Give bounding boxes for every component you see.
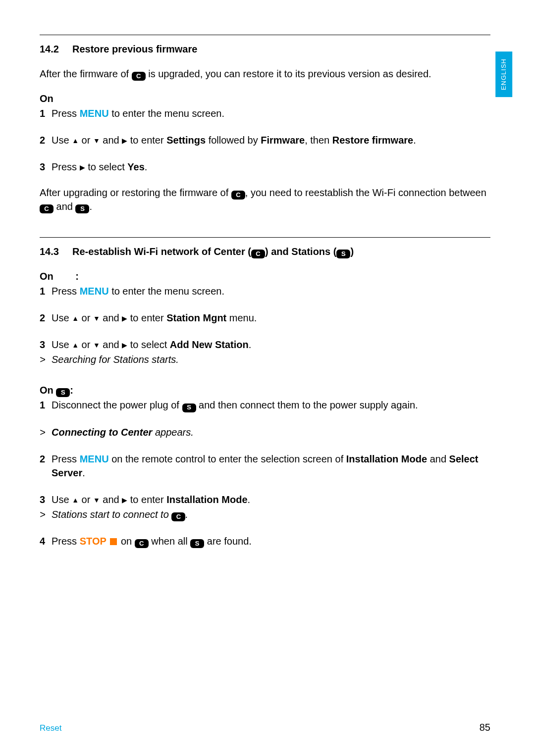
- step-number: 1: [40, 284, 52, 298]
- section-heading-14-2: 14.2Restore previous firmware: [40, 42, 490, 56]
- step-2: 2 Use ▲ or ▼ and ▶ to enter Settings fol…: [40, 133, 490, 147]
- settings-label: Settings: [166, 135, 206, 146]
- down-icon: ▼: [93, 136, 100, 146]
- step-body: Press ▶ to select Yes.: [52, 160, 490, 174]
- center-icon: C: [231, 191, 245, 200]
- text: to enter the menu screen.: [109, 286, 224, 297]
- text: and: [100, 312, 122, 323]
- text: are found.: [204, 536, 252, 547]
- step-1: 1 Press MENU to enter the menu screen.: [40, 106, 490, 120]
- menu-key: MENU: [80, 108, 109, 119]
- text: :: [75, 271, 79, 282]
- language-tab: ENGLISH: [495, 51, 512, 97]
- station-icon: S: [75, 204, 89, 213]
- s-step-4: 4 Press STOP on C when all S are found.: [40, 534, 490, 548]
- center-icon: C: [135, 539, 149, 548]
- up-icon: ▲: [72, 314, 79, 324]
- c-step-3: 3 Use ▲ or ▼ and ▶ to select Add New Sta…: [40, 338, 490, 352]
- step-body: Use ▲ or ▼ and ▶ to select Add New Stati…: [52, 338, 490, 352]
- step-number: 3: [40, 160, 52, 174]
- c-step-1: 1 Press MENU to enter the menu screen.: [40, 284, 490, 298]
- up-icon: ▲: [72, 136, 79, 146]
- text: .: [413, 135, 416, 146]
- station-mgnt-label: Station Mgnt: [166, 312, 226, 323]
- text: Press: [52, 454, 80, 464]
- down-icon: ▼: [93, 496, 100, 505]
- step-body: Press MENU to enter the menu screen.: [52, 106, 490, 120]
- down-icon: ▼: [93, 314, 100, 324]
- result-marker: >: [40, 507, 52, 521]
- text: Use: [52, 135, 72, 146]
- step-number: 3: [40, 338, 52, 352]
- text: .: [82, 467, 85, 478]
- up-icon: ▲: [72, 496, 79, 505]
- text: Press: [52, 286, 80, 297]
- center-icon: C: [40, 204, 54, 213]
- heading-title: Re-establish Wi-Fi network of Center (C)…: [72, 246, 354, 257]
- page-number: 85: [480, 720, 490, 734]
- text: followed by: [206, 135, 261, 146]
- text: when all: [149, 536, 191, 547]
- text: , then: [305, 135, 332, 146]
- menu-key: MENU: [80, 454, 109, 464]
- text: ) and Stations (: [265, 246, 336, 257]
- s-step-2: 2 Press MENU on the remote control to en…: [40, 452, 490, 480]
- text: .: [249, 339, 252, 350]
- text: or: [79, 339, 93, 350]
- text: , you need to reestablish the Wi-Fi conn…: [245, 187, 486, 198]
- text: to enter: [127, 135, 166, 146]
- text: to select: [127, 339, 170, 350]
- text: appears.: [152, 427, 193, 438]
- text: :: [70, 385, 73, 396]
- s-step-3: 3 Use ▲ or ▼ and ▶ to enter Installation…: [40, 493, 490, 506]
- right-icon: ▶: [122, 496, 127, 505]
- station-icon: S: [190, 539, 204, 548]
- section-divider: [40, 35, 490, 35]
- right-icon: ▶: [122, 136, 127, 146]
- on-label: On: [40, 92, 490, 105]
- text: and: [54, 201, 75, 212]
- s-result-2: > Stations start to connect to C.: [40, 507, 490, 521]
- result-marker: >: [40, 353, 52, 366]
- heading-number: 14.2: [40, 42, 72, 56]
- yes-label: Yes: [127, 161, 144, 172]
- add-new-station-label: Add New Station: [170, 339, 249, 350]
- c-result-1: > Searching for Stations starts.: [40, 353, 490, 366]
- installation-mode-label: Installation Mode: [166, 494, 247, 505]
- step-number: 2: [40, 311, 52, 325]
- stop-icon: [110, 538, 117, 545]
- firmware-label: Firmware: [261, 135, 305, 146]
- text: is upgraded, you can restore it to its p…: [146, 68, 431, 79]
- text: menu.: [226, 312, 257, 323]
- result-text: Connecting to Center appears.: [52, 425, 194, 439]
- text: to enter: [127, 494, 166, 505]
- result-text: Stations start to connect to C.: [52, 507, 188, 521]
- text: ): [350, 246, 354, 257]
- step-number: 2: [40, 133, 52, 147]
- step-number: 2: [40, 452, 52, 466]
- center-icon: C: [171, 512, 185, 521]
- installation-mode-label: Installation Mode: [346, 454, 427, 464]
- step-number: 4: [40, 534, 52, 548]
- station-icon: S: [182, 403, 196, 412]
- on-s-label: On S:: [40, 383, 490, 397]
- right-icon: ▶: [122, 314, 127, 324]
- text: to enter: [127, 312, 166, 323]
- down-icon: ▼: [93, 341, 100, 351]
- text: On: [40, 385, 56, 396]
- step-body: Use ▲ or ▼ and ▶ to enter Station Mgnt m…: [52, 311, 490, 325]
- step-body: Press MENU to enter the menu screen.: [52, 284, 490, 298]
- result-text: Searching for Stations starts.: [52, 353, 179, 366]
- station-icon: S: [56, 388, 70, 397]
- text: or: [79, 312, 93, 323]
- text: Press: [52, 108, 80, 119]
- text: .: [145, 161, 148, 172]
- step-number: 1: [40, 398, 52, 412]
- text: .: [185, 509, 188, 520]
- step-body: Disconnect the power plug of S and then …: [52, 398, 490, 412]
- text: Re-establish Wi-Fi network of Center (: [72, 246, 251, 257]
- text: Press: [52, 536, 80, 547]
- text: and: [100, 339, 122, 350]
- text: and: [100, 135, 122, 146]
- right-icon: ▶: [80, 163, 85, 173]
